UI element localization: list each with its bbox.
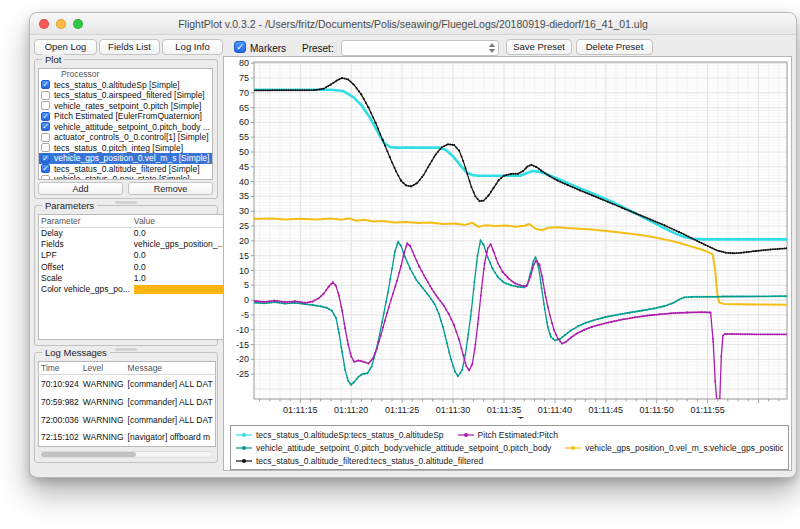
log-time: 70:59:982 [39, 393, 81, 411]
parameter-name: Fields [39, 239, 132, 250]
plot-list-item[interactable]: tecs_status_0.airspeed_filtered [Simple] [39, 90, 212, 101]
parameter-value[interactable] [132, 283, 227, 294]
log-messages-table[interactable]: Time Level Message 70:10:924WARNING[comm… [38, 361, 216, 447]
plot-list-item[interactable]: ✓tecs_status_0.altitude_filtered [Simple… [39, 164, 212, 175]
svg-text:-20: -20 [236, 354, 249, 364]
plot-group: Plot Processor ✓tecs_status_0.altitudeSp… [34, 59, 218, 199]
parameter-row[interactable]: Delay0.0 [39, 228, 228, 239]
visibility-checkbox[interactable] [41, 175, 50, 180]
parameter-value[interactable]: 0.0 [132, 261, 227, 272]
log-time: 72:15:102 [39, 429, 81, 447]
parameter-value[interactable]: vehicle_gps_position_... [132, 239, 227, 250]
plot-group-title: Plot [42, 54, 64, 65]
parameter-value[interactable]: 1.0 [132, 272, 227, 283]
log-time: 70:10:924 [39, 375, 81, 393]
window-footer [30, 469, 796, 477]
scrollbar-thumb[interactable] [41, 452, 136, 457]
svg-text:01:11:45: 01:11:45 [589, 405, 623, 415]
log-level: WARNING [81, 411, 126, 429]
plot-canvas[interactable]: -25-20-15-10-505101520253035404550556065… [224, 57, 791, 423]
color-swatch[interactable] [134, 285, 225, 294]
delete-preset-button[interactable]: Delete Preset [576, 39, 653, 55]
log-message-row[interactable]: 72:15:102WARNING[navigator] offboard m [39, 429, 216, 447]
plot-list-item[interactable]: ✓vehicle_gps_position_0.vel_m_s [Simple] [39, 153, 212, 164]
parameters-table[interactable]: Parameter Value Delay0.0Fieldsvehicle_gp… [38, 214, 228, 340]
parameter-value[interactable]: 0.0 [132, 228, 227, 239]
log-horizontal-scrollbar[interactable] [38, 451, 213, 458]
visibility-checkbox[interactable]: ✓ [41, 112, 50, 121]
plot-series-list[interactable]: Processor ✓tecs_status_0.altitudeSp [Sim… [38, 68, 213, 180]
parameter-name: Color vehicle_gps_po... [39, 283, 132, 294]
plot-item-label: vehicle_gps_position_0.vel_m_s [Simple] [54, 153, 209, 163]
log-header-level[interactable]: Level [81, 362, 126, 375]
svg-text:50: 50 [239, 147, 249, 157]
chart-panel: -25-20-15-10-505101520253035404550556065… [223, 56, 792, 471]
parameters-header-value[interactable]: Value [132, 215, 227, 228]
legend-entry: vehicle_attitude_setpoint_0.pitch_body:v… [236, 443, 551, 453]
parameter-row[interactable]: Offset0.0 [39, 261, 228, 272]
plot-list-item[interactable]: ✓tecs_status_0.altitudeSp [Simple] [39, 80, 212, 91]
preset-stepper-icon[interactable] [486, 42, 497, 54]
save-preset-button[interactable]: Save Preset [506, 39, 572, 55]
preset-label: Preset: [302, 43, 334, 54]
markers-checkbox[interactable]: ✓ [234, 41, 246, 53]
plot-list-item[interactable]: ✓vehicle_attitude_setpoint_0.pitch_body … [39, 122, 212, 133]
log-message: [commander] ALL DAT [126, 375, 216, 393]
legend-row: vehicle_attitude_setpoint_0.pitch_body:v… [236, 441, 783, 454]
visibility-checkbox[interactable] [41, 143, 50, 152]
log-message-row[interactable]: 70:10:924WARNING[commander] ALL DAT [39, 375, 216, 393]
svg-text:45: 45 [239, 162, 249, 172]
plot-list-item[interactable]: vehicle_rates_setpoint_0.pitch [Simple] [39, 101, 212, 112]
markers-label: Markers [250, 43, 286, 54]
svg-text:01:11:40: 01:11:40 [538, 405, 572, 415]
legend-label: vehicle_attitude_setpoint_0.pitch_body:v… [256, 443, 551, 453]
svg-text:01:11:25: 01:11:25 [385, 405, 419, 415]
legend-marker-icon [236, 444, 252, 452]
plot-list-item[interactable]: tecs_status_0.pitch_integ [Simple] [39, 143, 212, 154]
legend-marker-icon [565, 444, 581, 452]
log-level: WARNING [81, 375, 126, 393]
visibility-checkbox[interactable]: ✓ [41, 164, 50, 173]
parameters-header-parameter[interactable]: Parameter [39, 215, 132, 228]
log-message-row[interactable]: 72:00:036WARNING[commander] ALL DAT [39, 411, 216, 429]
visibility-checkbox[interactable] [41, 91, 50, 100]
visibility-checkbox[interactable]: ✓ [41, 154, 50, 163]
parameter-row[interactable]: Color vehicle_gps_po... [39, 283, 228, 294]
legend-row: tecs_status_0.altitude_filtered:tecs_sta… [236, 454, 783, 467]
splitter-handle[interactable] [115, 348, 137, 351]
svg-text:10: 10 [239, 266, 249, 276]
legend-marker-icon [236, 457, 252, 465]
parameter-row[interactable]: Fieldsvehicle_gps_position_... [39, 239, 228, 250]
plot-list-item[interactable]: ✓Pitch Estimated [EulerFromQuaternion] [39, 111, 212, 122]
svg-text:-5: -5 [241, 310, 249, 320]
legend-label: vehicle_gps_position_0.vel_m_s:vehicle_g… [585, 443, 783, 453]
legend-label: tecs_status_0.altitude_filtered:tecs_sta… [256, 456, 483, 466]
open-log-button[interactable]: Open Log [34, 39, 97, 55]
preset-combobox[interactable] [341, 40, 499, 56]
log-message-row[interactable]: 70:59:982WARNING[commander] ALL DAT [39, 393, 216, 411]
parameter-row[interactable]: Scale1.0 [39, 272, 228, 283]
visibility-checkbox[interactable] [41, 101, 50, 110]
visibility-checkbox[interactable] [41, 133, 50, 142]
plot-list-item[interactable]: vehicle_status_0.nav_state [Simple] [39, 174, 212, 180]
add-button[interactable]: Add [38, 182, 123, 195]
log-info-button[interactable]: Log Info [162, 39, 223, 55]
svg-text:65: 65 [239, 103, 249, 113]
parameter-row[interactable]: LPF0.0 [39, 250, 228, 261]
legend-entry: vehicle_gps_position_0.vel_m_s:vehicle_g… [565, 443, 783, 453]
log-header-message[interactable]: Message [126, 362, 216, 375]
plot-list-header[interactable]: Processor [39, 69, 212, 80]
log-message: [navigator] offboard m [126, 429, 216, 447]
visibility-checkbox[interactable]: ✓ [41, 80, 50, 89]
plot-item-label: vehicle_attitude_setpoint_0.pitch_body .… [54, 122, 210, 132]
remove-button[interactable]: Remove [128, 182, 213, 195]
fields-list-button[interactable]: Fields List [99, 39, 160, 55]
parameter-value[interactable]: 0.0 [132, 250, 227, 261]
svg-text:T: T [517, 416, 523, 419]
visibility-checkbox[interactable]: ✓ [41, 122, 50, 131]
legend-marker-icon [236, 431, 252, 439]
log-header-time[interactable]: Time [39, 362, 81, 375]
splitter-handle[interactable] [115, 201, 137, 204]
plot-list-item[interactable]: actuator_controls_0_0.control[1] [Simple… [39, 132, 212, 143]
plot-item-label: tecs_status_0.airspeed_filtered [Simple] [54, 90, 205, 100]
